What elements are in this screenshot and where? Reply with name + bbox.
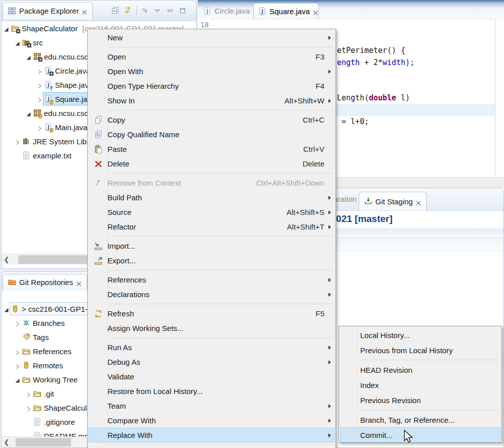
menu-item-replace-with[interactable]: Replace With <box>89 428 334 442</box>
menu-item-previous-revision[interactable]: Previous Revision <box>340 393 500 408</box>
scroll-left-button[interactable]: ❮ <box>2 254 12 265</box>
tree-collapsed-arrow-icon[interactable] <box>37 124 42 130</box>
java-file-icon: J <box>44 95 52 103</box>
menu-item-copy[interactable]: CopyCtrl+C <box>89 113 334 127</box>
menu-item-build-path[interactable]: Build Path <box>89 190 334 205</box>
tree-collapsed-arrow-icon[interactable] <box>15 138 20 144</box>
scroll-left-button[interactable]: ❮ <box>2 437 12 447</box>
menu-item-label: Open <box>107 52 126 61</box>
menu-item-index[interactable]: Index <box>340 377 500 393</box>
menu-item-restore-from-local-history[interactable]: Restore from Local History... <box>89 384 334 399</box>
menu-item-head-revision[interactable]: HEAD Revision <box>340 362 500 377</box>
editor-tab-circle-java[interactable]: JCircle.java <box>199 3 252 19</box>
tree-collapsed-arrow-icon[interactable] <box>37 96 42 101</box>
svg-text:GIT: GIT <box>9 283 13 285</box>
code-token: Length( <box>337 93 369 102</box>
menu-item-label: HEAD Revision <box>360 366 412 374</box>
tree-expanded-arrow-icon[interactable] <box>4 306 9 311</box>
folder-open-icon <box>33 389 41 398</box>
menu-item-copy-qualified-name[interactable]: Copy Qualified Name <box>89 127 334 142</box>
tree-expanded-arrow-icon[interactable] <box>15 376 20 382</box>
editor-tab-label: Circle.java <box>214 7 250 15</box>
menu-item-previous-from-local-history[interactable]: Previous from Local History <box>340 343 500 358</box>
link-with-editor-icon[interactable] <box>124 6 133 15</box>
submenu-arrow-icon <box>328 346 331 350</box>
collapse-all-icon[interactable] <box>111 6 120 15</box>
menu-item-assign-working-sets[interactable]: Assign Working Sets... <box>89 321 334 335</box>
focus-icon[interactable] <box>140 6 149 15</box>
menu-item-run-as[interactable]: Run As <box>89 340 334 355</box>
remove-context-icon <box>89 179 107 188</box>
scrollbar-thumb[interactable] <box>16 438 71 446</box>
menu-item-show-in[interactable]: Show InAlt+Shift+W <box>89 93 334 108</box>
tree-collapsed-arrow-icon[interactable] <box>26 390 31 396</box>
variable-token: width <box>382 58 405 67</box>
menu-item-export[interactable]: Export... <box>89 253 334 268</box>
menu-item-branch-tag-or-reference[interactable]: Branch, Tag, or Reference... <box>340 412 500 427</box>
menu-item-label: Delete <box>107 159 129 168</box>
close-icon[interactable] <box>313 9 318 14</box>
tab-git-repositories[interactable]: GIT Git Repositories <box>3 274 87 290</box>
menu-separator <box>89 335 334 340</box>
tree-collapsed-arrow-icon[interactable] <box>15 348 20 354</box>
menu-item-open-type-hierarchy[interactable]: Open Type HierarchyF4 <box>89 79 334 93</box>
menu-item-commit[interactable]: Commit... <box>340 427 500 442</box>
close-icon[interactable] <box>82 8 87 14</box>
menu-item-debug-as[interactable]: Debug As <box>89 355 334 369</box>
context-menu: NewOpenF3Open WithOpen Type HierarchyF4S… <box>87 29 336 448</box>
tree-expanded-arrow-icon[interactable] <box>26 53 31 59</box>
asterisk-badge-icon <box>16 29 20 33</box>
maximize-icon[interactable] <box>178 6 187 15</box>
tree-collapsed-arrow-icon[interactable] <box>15 320 20 325</box>
editor-tab-square-java[interactable]: JSquare.java <box>253 3 319 19</box>
tree-item-label: ShapeCalculator <box>22 24 78 33</box>
java-file-icon: J <box>44 123 52 131</box>
branches-icon <box>22 319 30 327</box>
menu-item-label: New <box>107 33 123 42</box>
tree-item-label: References <box>33 347 72 356</box>
menu-item-delete[interactable]: DeleteDelete <box>89 156 334 171</box>
editor-tab-label: Square.java <box>269 7 310 16</box>
menu-item-label: Refactor <box>107 222 136 231</box>
tree-collapsed-arrow-icon[interactable] <box>37 82 42 87</box>
minimize-icon[interactable] <box>165 6 175 15</box>
menu-item-label: Open Type Hierarchy <box>107 82 179 90</box>
tab-label: Git Repositories <box>19 278 73 287</box>
tree-expanded-arrow-icon[interactable] <box>15 39 20 45</box>
menu-item-shortcut: Ctrl+C <box>303 116 324 124</box>
menu-item-open[interactable]: OpenF3 <box>89 49 334 64</box>
menu-item-validate[interactable]: Validate <box>89 369 334 384</box>
tab-package-explorer[interactable]: Package Explorer <box>3 2 93 19</box>
menu-item-local-history[interactable]: Local History... <box>340 327 500 343</box>
menu-item-source[interactable]: SourceAlt+Shift+S <box>89 205 334 219</box>
tree-collapsed-arrow-icon[interactable] <box>37 68 42 73</box>
close-icon[interactable] <box>416 199 421 204</box>
tab-git-staging[interactable]: Git Staging <box>359 192 427 210</box>
tree-expanded-arrow-icon[interactable] <box>26 110 31 116</box>
overview-ruler[interactable] <box>495 19 504 178</box>
menu-item-label: Import... <box>107 242 135 250</box>
close-icon[interactable] <box>76 279 82 285</box>
menu-item-new[interactable]: New <box>89 30 334 45</box>
menu-item-remove-from-context[interactable]: Remove from ContextCtrl+Alt+Shift+Down <box>89 176 334 190</box>
menu-item-refresh[interactable]: RefreshF5 <box>89 306 334 321</box>
menu-item-references[interactable]: References <box>89 272 334 287</box>
menu-item-compare-with[interactable]: Compare With <box>89 413 334 428</box>
tree-collapsed-arrow-icon[interactable] <box>26 405 31 410</box>
menu-item-declarations[interactable]: Declarations <box>89 287 334 302</box>
menu-item-label: Branch, Tag, or Reference... <box>360 416 455 424</box>
git-repositories-icon: GIT <box>8 278 16 286</box>
tree-item-label: Branches <box>33 319 65 327</box>
menu-item-shortcut: Alt+Shift+T <box>287 222 324 231</box>
menu-item-import[interactable]: Import... <box>89 239 334 253</box>
menu-item-paste[interactable]: PasteCtrl+V <box>89 142 334 156</box>
tree-collapsed-arrow-icon[interactable] <box>15 362 20 368</box>
menu-item-team[interactable]: Team <box>89 399 334 413</box>
view-menu-icon[interactable] <box>153 6 162 15</box>
tree-expanded-arrow-icon[interactable] <box>4 25 9 31</box>
menu-item-refactor[interactable]: RefactorAlt+Shift+T <box>89 219 334 234</box>
tab-label: Package Explorer <box>19 7 79 15</box>
menu-item-open-with[interactable]: Open With <box>89 64 334 79</box>
menu-separator <box>340 358 500 362</box>
menu-item-label: Local History... <box>360 331 410 340</box>
